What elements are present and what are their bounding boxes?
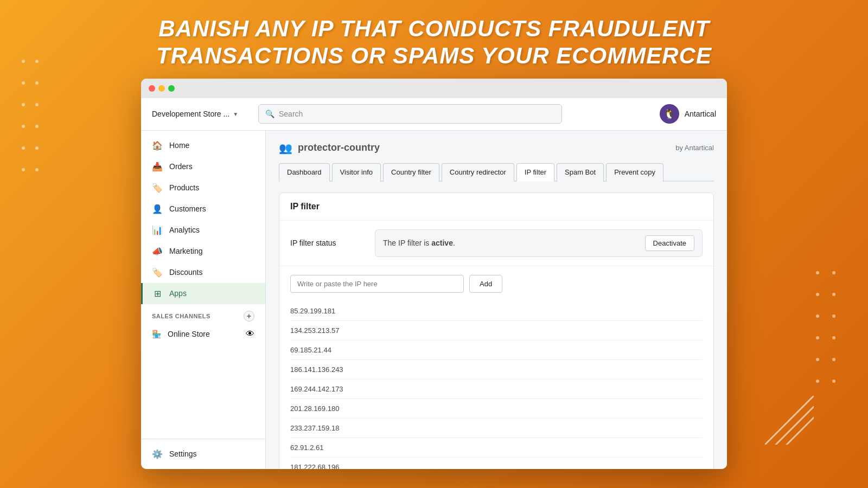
ip-filter-status-text: The IP filter is active. bbox=[383, 239, 455, 247]
card-header: IP filter bbox=[279, 193, 713, 221]
ip-input-field[interactable] bbox=[290, 275, 464, 293]
ip-filter-card: IP filter IP filter status The IP filter… bbox=[279, 192, 714, 469]
sidebar-item-orders[interactable]: 📥 Orders bbox=[141, 156, 265, 177]
sidebar-label-marketing: Marketing bbox=[169, 247, 202, 255]
sidebar-item-discounts[interactable]: 🏷️ Discounts bbox=[141, 262, 265, 283]
ip-entry: 201.28.169.180 bbox=[290, 399, 703, 419]
ip-entry: 181.222.68.196 bbox=[290, 458, 703, 469]
sidebar-label-settings: Settings bbox=[169, 450, 197, 458]
sidebar-label-home: Home bbox=[169, 141, 189, 150]
svg-line-1 bbox=[776, 407, 814, 445]
app-title: 👥 protector-country bbox=[279, 142, 380, 155]
sales-channels-label: SALES CHANNELS bbox=[152, 313, 210, 319]
ip-entry: 186.141.136.243 bbox=[290, 360, 703, 380]
sidebar-bottom: ⚙️ Settings bbox=[141, 439, 265, 465]
ip-entry: 85.29.199.181 bbox=[290, 301, 703, 321]
search-placeholder: Search bbox=[279, 110, 303, 118]
tab-country-filter[interactable]: Country filter bbox=[383, 163, 439, 182]
sidebar: 🏠 Home 📥 Orders 🏷️ Products 👤 Customers … bbox=[141, 131, 266, 469]
home-icon: 🏠 bbox=[152, 140, 163, 151]
title-bar bbox=[141, 79, 727, 98]
ip-entry: 134.253.213.57 bbox=[290, 321, 703, 341]
chevron-down-icon: ▼ bbox=[233, 111, 238, 117]
by-label: by Antartical bbox=[675, 144, 714, 152]
products-icon: 🏷️ bbox=[152, 183, 163, 193]
tab-prevent-copy[interactable]: Prevent copy bbox=[606, 163, 663, 182]
store-name: Developement Store ... bbox=[152, 110, 229, 118]
content-area: 👥 protector-country by Antartical Dashbo… bbox=[266, 131, 727, 469]
sidebar-item-settings[interactable]: ⚙️ Settings bbox=[141, 444, 265, 465]
tab-ip-filter[interactable]: IP filter bbox=[516, 163, 554, 182]
ip-filter-status-box: The IP filter is active. Deactivate bbox=[375, 229, 703, 257]
store-selector[interactable]: Developement Store ... ▼ bbox=[152, 110, 250, 118]
sidebar-item-analytics[interactable]: 📊 Analytics bbox=[141, 220, 265, 241]
tab-visitor-info[interactable]: Visitor info bbox=[332, 163, 381, 182]
sidebar-item-home[interactable]: 🏠 Home bbox=[141, 135, 265, 156]
close-button[interactable] bbox=[149, 85, 155, 92]
sidebar-label-analytics: Analytics bbox=[169, 226, 200, 234]
sales-channels-header: SALES CHANNELS + bbox=[141, 304, 265, 324]
sidebar-label-apps: Apps bbox=[169, 289, 187, 298]
app-name: protector-country bbox=[298, 142, 380, 153]
sidebar-label-orders: Orders bbox=[169, 162, 193, 171]
card-title: IP filter bbox=[290, 202, 320, 211]
app-bar: Developement Store ... ▼ 🔍 Search 🐧 Anta… bbox=[141, 98, 727, 131]
avatar: 🐧 bbox=[660, 104, 679, 124]
add-ip-button[interactable]: Add bbox=[469, 275, 502, 293]
online-store-label: Online Store bbox=[168, 330, 210, 338]
ip-filter-status-row: IP filter status The IP filter is active… bbox=[279, 221, 713, 266]
username: Antartical bbox=[685, 110, 716, 118]
sidebar-item-products[interactable]: 🏷️ Products bbox=[141, 177, 265, 198]
ip-entry: 62.91.2.61 bbox=[290, 438, 703, 458]
app-header: 👥 protector-country by Antartical bbox=[279, 142, 714, 155]
sidebar-label-discounts: Discounts bbox=[169, 268, 202, 277]
settings-icon: ⚙️ bbox=[152, 449, 163, 459]
tab-country-redirector[interactable]: Country redirector bbox=[442, 163, 514, 182]
sidebar-item-customers[interactable]: 👤 Customers bbox=[141, 198, 265, 220]
customers-icon: 👤 bbox=[152, 204, 163, 214]
search-bar[interactable]: 🔍 Search bbox=[258, 104, 562, 124]
sidebar-item-apps[interactable]: ⊞ Apps bbox=[141, 283, 265, 304]
tab-dashboard[interactable]: Dashboard bbox=[279, 163, 330, 182]
add-sales-channel-button[interactable]: + bbox=[244, 311, 254, 322]
ip-entry: 169.244.142.173 bbox=[290, 380, 703, 399]
ip-filter-status-label: IP filter status bbox=[290, 239, 366, 247]
analytics-icon: 📊 bbox=[152, 225, 163, 235]
hero-title-line1: Banish any IP that conducts fraudulent bbox=[158, 16, 710, 41]
tabs-bar: Dashboard Visitor info Country filter Co… bbox=[279, 163, 714, 182]
sidebar-label-customers: Customers bbox=[169, 204, 206, 213]
deactivate-button[interactable]: Deactivate bbox=[645, 235, 694, 251]
online-store-icon: 🏪 bbox=[152, 330, 161, 338]
sidebar-item-online-store[interactable]: 🏪 Online Store 👁 bbox=[141, 324, 265, 344]
app-icon: 👥 bbox=[279, 142, 292, 155]
sidebar-label-products: Products bbox=[169, 183, 199, 192]
hero-title-line2: transactions or spams your ecommerce bbox=[156, 43, 712, 68]
user-area: 🐧 Antartical bbox=[660, 104, 716, 124]
svg-line-2 bbox=[787, 418, 814, 445]
orders-icon: 📥 bbox=[152, 162, 163, 172]
ip-list-area: Add 85.29.199.181 134.253.213.57 69.185.… bbox=[279, 266, 713, 469]
tab-spam-bot[interactable]: Spam Bot bbox=[557, 163, 604, 182]
ip-input-row: Add bbox=[290, 275, 703, 293]
apps-icon: ⊞ bbox=[152, 288, 163, 299]
main-layout: 🏠 Home 📥 Orders 🏷️ Products 👤 Customers … bbox=[141, 131, 727, 469]
svg-line-0 bbox=[765, 396, 814, 445]
minimize-button[interactable] bbox=[158, 85, 165, 92]
sidebar-item-marketing[interactable]: 📣 Marketing bbox=[141, 241, 265, 262]
browser-window: Developement Store ... ▼ 🔍 Search 🐧 Anta… bbox=[141, 79, 727, 469]
ip-entry: 233.237.159.18 bbox=[290, 419, 703, 438]
ip-entry: 69.185.21.44 bbox=[290, 341, 703, 360]
maximize-button[interactable] bbox=[168, 85, 175, 92]
search-icon: 🔍 bbox=[265, 110, 275, 118]
hero-title: Banish any IP that conducts fraudulent t… bbox=[156, 15, 712, 70]
eye-icon: 👁 bbox=[246, 329, 254, 339]
discounts-icon: 🏷️ bbox=[152, 267, 163, 278]
marketing-icon: 📣 bbox=[152, 246, 163, 256]
